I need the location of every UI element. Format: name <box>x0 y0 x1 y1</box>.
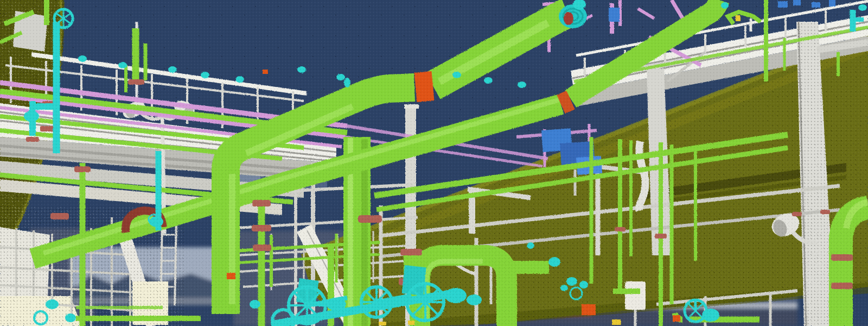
point-cloud-scene[interactable] <box>0 0 868 326</box>
point-cloud-dither-overlay-lower <box>0 163 868 326</box>
viewport-3d[interactable] <box>0 0 868 326</box>
